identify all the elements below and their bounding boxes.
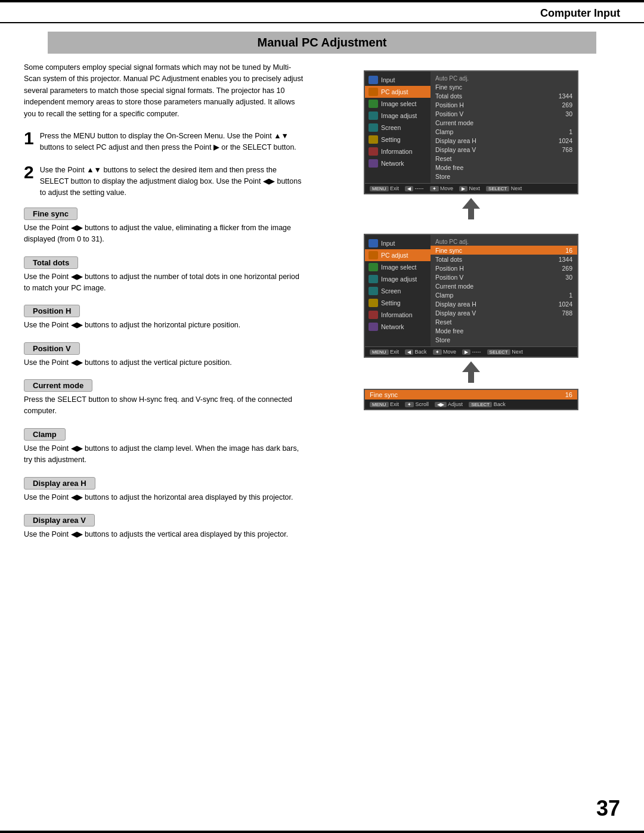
screen1-header: Auto PC adj. (435, 74, 572, 82)
step-2-number: 2 (24, 162, 34, 182)
badge-total-dots: Total dots Use the Point ◀▶ buttons to a… (24, 250, 304, 295)
fine-sync-title-bar: Fine sync 16 (365, 390, 577, 400)
screen2-row-posh: Position H269 (435, 264, 572, 272)
badge-display-area-v: Display area V Use the Point ◀▶ buttons … (24, 508, 304, 540)
image-adjust-icon (369, 112, 378, 120)
input-icon (369, 76, 378, 84)
left-column: Some computers employ special signal for… (24, 54, 316, 540)
screen1-row-modefree: Mode free (435, 163, 572, 172)
menu-col-2: Input PC adjust Image select Image (365, 235, 431, 346)
arrow-down-1 (459, 197, 483, 221)
step-1: 1 Press the MENU button to display the O… (24, 128, 304, 154)
screen2-row-clamp: Clamp1 (435, 290, 572, 299)
image-select-icon (369, 100, 378, 108)
screen1-row-reset: Reset (435, 154, 572, 163)
image-adjust-icon-2 (369, 275, 378, 283)
screen1-row-displayv: Display area V768 (435, 145, 572, 154)
intro-paragraph: Some computers employ special signal for… (24, 62, 304, 120)
badge-clamp: Clamp Use the Point ◀▶ buttons to adjust… (24, 422, 304, 466)
screen-3-fine-sync: Fine sync 16 MENU Exit ✦ Scroll ◀▶ Adjus… (364, 389, 578, 410)
content-col-2: Auto PC adj. Fine sync16 Total dots1344 … (431, 235, 577, 346)
badge-fine-sync: Fine sync Use the Point ◀▶ buttons to ad… (24, 202, 304, 246)
menu-setting: Setting (365, 134, 431, 145)
screen1-row-posv: Position V30 (435, 109, 572, 118)
menu2-setting: Setting (365, 297, 431, 309)
step-1-text: Press the MENU button to display the On-… (40, 128, 304, 154)
screen2-footer: MENU Exit ◀ Back ✦ Move ▶ ----- SELECT N… (365, 346, 577, 357)
badge-position-h: Position H Use the Point ◀▶ buttons to a… (24, 299, 304, 331)
screens-area: Input PC adjust Image select Image (364, 60, 578, 410)
information-icon (369, 147, 378, 156)
menu2-pc-adjust: PC adjust (365, 249, 431, 261)
image-select-icon-2 (369, 263, 378, 271)
svg-marker-0 (462, 198, 480, 219)
right-column: Input PC adjust Image select Image (316, 54, 620, 540)
screen3-footer: MENU Exit ✦ Scroll ◀▶ Adjust SELECT Back (365, 400, 577, 409)
screen1-row-currentmode: Current mode (435, 118, 572, 127)
menu-pc-adjust: PC adjust (365, 86, 431, 98)
pc-adjust-icon (369, 88, 378, 96)
menu-screen: Screen (365, 122, 431, 134)
badge-display-area-h: Display area H Use the Point ◀▶ buttons … (24, 471, 304, 503)
screen1-footer: MENU Exit ◀ ----- ✦ Move ▶ Next SELECT N… (365, 183, 577, 193)
menu-col-1: Input PC adjust Image select Image (365, 72, 431, 183)
step-1-number: 1 (24, 128, 34, 148)
step-2-text: Use the Point ▲▼ buttons to select the d… (40, 162, 304, 199)
menu-network: Network (365, 157, 431, 169)
screen-2: Input PC adjust Image select Image (364, 234, 578, 358)
screen2-row-store: Store (435, 335, 572, 344)
content-col-1: Auto PC adj. Fine sync Total dots1344 Po… (431, 72, 577, 183)
menu-image-adjust: Image adjust (365, 110, 431, 122)
menu2-information: Information (365, 309, 431, 321)
menu2-image-select: Image select (365, 261, 431, 273)
bottom-bar (0, 831, 644, 833)
screen1-row-posh: Position H269 (435, 100, 572, 109)
screen2-row-finesync-highlighted: Fine sync16 (431, 246, 577, 255)
screen1-row-clamp: Clamp1 (435, 127, 572, 136)
screen2-row-displayv: Display area V788 (435, 308, 572, 317)
badge-position-v: Position V Use the Point ◀▶ buttons to a… (24, 336, 304, 368)
screen2-row-displayh: Display area H1024 (435, 299, 572, 308)
screen2-row-currentmode: Current mode (435, 281, 572, 290)
screen-icon (369, 123, 378, 132)
menu2-input: Input (365, 237, 431, 249)
screen2-header: Auto PC adj. (435, 237, 572, 246)
menu-information: Information (365, 145, 431, 157)
screen1-row-totaldots: Total dots1344 (435, 91, 572, 100)
input-icon-2 (369, 239, 378, 247)
pc-adjust-icon-2 (369, 251, 378, 259)
step-2: 2 Use the Point ▲▼ buttons to select the… (24, 162, 304, 199)
menu-image-select: Image select (365, 98, 431, 110)
screen1-row-finesync: Fine sync (435, 82, 572, 91)
section-title: Manual PC Adjustment (48, 32, 596, 54)
screen2-row-modefree: Mode free (435, 326, 572, 335)
information-icon-2 (369, 311, 378, 319)
setting-icon-2 (369, 299, 378, 307)
page-number: 37 (596, 796, 620, 821)
menu2-screen: Screen (365, 285, 431, 297)
menu2-image-adjust: Image adjust (365, 273, 431, 285)
screen-1: Input PC adjust Image select Image (364, 70, 578, 194)
menu-input: Input (365, 74, 431, 86)
setting-icon (369, 135, 378, 144)
page-title: Computer Input (0, 2, 644, 23)
svg-marker-1 (462, 361, 480, 383)
screen2-row-posv: Position V30 (435, 272, 572, 281)
screen2-row-totaldots: Total dots1344 (435, 255, 572, 264)
badge-current-mode: Current mode Press the SELECT button to … (24, 373, 304, 417)
network-icon-2 (369, 323, 378, 331)
screen1-row-displayh: Display area H1024 (435, 136, 572, 145)
screen-icon-2 (369, 287, 378, 295)
arrow-down-2 (459, 360, 483, 384)
screen1-row-store: Store (435, 172, 572, 181)
page-title-text: Computer Input (540, 7, 620, 19)
network-icon (369, 159, 378, 168)
menu2-network: Network (365, 321, 431, 333)
screen2-row-reset: Reset (435, 317, 572, 326)
